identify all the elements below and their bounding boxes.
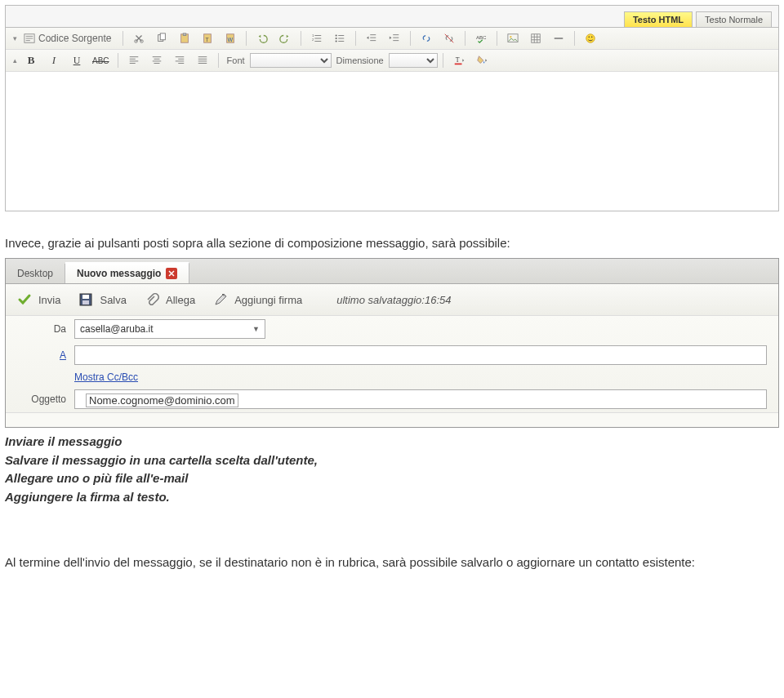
outro-paragraph: Al termine dell'invio del messaggio, se … <box>5 555 779 569</box>
size-select[interactable] <box>389 53 438 68</box>
svg-text:W: W <box>228 37 234 42</box>
compose-window: Desktop Nuovo messaggio Invia Salva Alle… <box>5 258 779 428</box>
toolbar-row-1: ▾ Codice Sorgente T W 12 ABC <box>6 28 778 50</box>
bg-color-icon <box>476 55 488 66</box>
redo-icon <box>279 33 291 44</box>
scissors-icon <box>133 33 145 44</box>
align-center-icon <box>151 55 163 66</box>
to-label[interactable]: A <box>17 349 66 361</box>
svg-point-23 <box>591 36 593 38</box>
redo-button[interactable] <box>274 30 296 47</box>
size-label: Dimensione <box>333 56 387 65</box>
subject-label: Oggetto <box>17 393 66 405</box>
clipboard-icon <box>179 33 190 44</box>
bullet-list-button[interactable] <box>329 30 350 47</box>
svg-rect-28 <box>82 300 89 305</box>
toolbar-row-2: ▴ B I U ABC Font Dimensione T <box>6 50 778 72</box>
add-signature-label: Aggiungi firma <box>234 294 302 306</box>
copy-icon <box>156 33 167 44</box>
paste-text-button[interactable]: T <box>197 30 218 47</box>
attach-button[interactable]: Allega <box>145 292 195 307</box>
numbered-list-button[interactable]: 12 <box>306 30 327 47</box>
add-signature-button[interactable]: Aggiungi firma <box>213 292 302 307</box>
svg-rect-19 <box>532 34 541 43</box>
italic-button[interactable]: I <box>43 52 65 69</box>
text-color-button[interactable]: T <box>448 52 470 69</box>
from-label: Da <box>17 323 66 335</box>
align-left-button[interactable] <box>123 52 145 69</box>
compose-tab-label: Nuovo messaggio <box>77 268 161 279</box>
undo-icon <box>256 33 268 44</box>
floppy-icon <box>78 292 93 307</box>
from-select[interactable]: casella@aruba.it ▼ <box>74 319 265 339</box>
tab-testo-normale[interactable]: Testo Normale <box>696 11 772 27</box>
align-left-icon <box>128 55 140 66</box>
align-center-button[interactable] <box>146 52 167 69</box>
editor-mode-tabs: Testo HTML Testo Normale <box>6 6 778 28</box>
paste-button[interactable] <box>174 30 195 47</box>
check-icon <box>17 292 32 307</box>
collapse-toolbar-2-icon[interactable]: ▴ <box>11 53 19 68</box>
svg-point-13 <box>336 34 337 36</box>
strikethrough-button[interactable]: ABC <box>89 52 113 69</box>
editor-content-area[interactable] <box>6 72 778 211</box>
undo-button[interactable] <box>252 30 273 47</box>
rich-text-editor: Testo HTML Testo Normale ▾ Codice Sorgen… <box>5 5 779 211</box>
copy-button[interactable] <box>151 30 172 47</box>
last-saved-status: ultimo salvataggio:16:54 <box>336 294 451 306</box>
hr-icon <box>553 33 564 44</box>
show-cc-bcc-link[interactable]: Mostra Cc/Bcc <box>74 371 138 383</box>
spellcheck-button[interactable]: ABC <box>470 30 492 47</box>
bullet-1: Inviare il messaggio <box>5 433 779 451</box>
bold-button[interactable]: B <box>20 52 42 69</box>
align-right-icon <box>174 55 185 66</box>
save-button[interactable]: Salva <box>78 292 127 307</box>
clipboard-text-icon: T <box>202 33 213 44</box>
underline-button[interactable]: U <box>66 52 87 69</box>
align-justify-button[interactable] <box>192 52 213 69</box>
image-button[interactable] <box>502 30 523 47</box>
close-tab-button[interactable] <box>166 268 177 279</box>
compose-tab-desktop[interactable]: Desktop <box>6 264 65 283</box>
unlink-button[interactable] <box>439 30 460 47</box>
svg-point-15 <box>336 40 337 42</box>
outdent-icon <box>366 33 377 44</box>
outdent-button[interactable] <box>361 30 382 47</box>
overlay-email-value: Nome.cognome@dominio.com <box>86 393 238 407</box>
paste-word-button[interactable]: W <box>220 30 241 47</box>
bg-color-button[interactable] <box>471 52 492 69</box>
close-icon <box>168 270 175 277</box>
table-button[interactable] <box>525 30 546 47</box>
clipboard-word-icon: W <box>225 33 236 44</box>
source-button[interactable]: Codice Sorgente <box>20 30 118 47</box>
svg-rect-6 <box>184 33 187 36</box>
bullet-4: Aggiungere la firma al testo. <box>5 488 779 507</box>
font-select[interactable] <box>250 53 332 68</box>
smiley-icon <box>585 33 596 44</box>
text-color-icon: T <box>453 55 465 66</box>
ordered-list-icon: 12 <box>311 33 323 44</box>
svg-rect-20 <box>555 38 564 39</box>
svg-text:ABC: ABC <box>476 34 487 40</box>
svg-text:T: T <box>206 37 210 42</box>
to-row: A <box>6 342 778 368</box>
smiley-button[interactable] <box>580 30 601 47</box>
svg-rect-27 <box>82 295 89 299</box>
to-input[interactable] <box>74 345 767 365</box>
align-right-button[interactable] <box>169 52 190 69</box>
spellcheck-icon: ABC <box>475 33 487 44</box>
attach-label: Allega <box>166 294 195 306</box>
tab-testo-html[interactable]: Testo HTML <box>624 11 693 27</box>
svg-text:T: T <box>455 56 459 64</box>
compose-tab-new-message[interactable]: Nuovo messaggio <box>65 262 189 283</box>
link-button[interactable] <box>416 30 437 47</box>
horizontal-rule-button[interactable] <box>548 30 569 47</box>
intro-paragraph: Invece, grazie ai pulsanti posti sopra a… <box>5 236 779 250</box>
send-button[interactable]: Invia <box>17 292 60 307</box>
source-icon <box>24 33 35 44</box>
indent-button[interactable] <box>384 30 405 47</box>
chevron-down-icon: ▼ <box>252 325 260 333</box>
table-icon <box>530 33 541 44</box>
collapse-toolbar-icon[interactable]: ▾ <box>11 31 19 46</box>
cut-button[interactable] <box>128 30 149 47</box>
